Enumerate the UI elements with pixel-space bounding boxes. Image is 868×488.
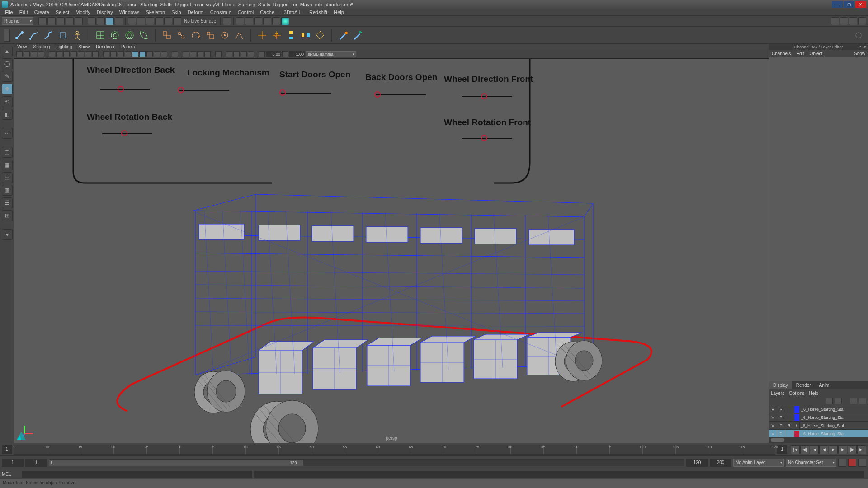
shelf-options-icon[interactable] (853, 29, 864, 41)
snap-live-icon[interactable] (164, 17, 172, 25)
scale-tool-icon[interactable]: ◧ (2, 109, 13, 120)
range-sub-start-input[interactable]: 1 (25, 459, 47, 467)
hik-icon[interactable] (71, 29, 83, 41)
make-live-icon[interactable] (173, 17, 181, 25)
layout-two-stack-icon[interactable]: ▤ (2, 172, 13, 183)
timeline-track[interactable]: 1101520253035404550556065707580859095100… (14, 445, 775, 455)
vt-use-lights-icon[interactable] (118, 51, 124, 57)
vt-isolate-icon[interactable] (172, 51, 178, 57)
ipr-render-icon[interactable] (245, 17, 253, 25)
render-globals-icon[interactable] (254, 17, 262, 25)
select-tool-icon[interactable]: ▲ (2, 46, 13, 56)
vt-xray-icon[interactable] (154, 51, 160, 57)
mirror-weights-icon[interactable] (314, 29, 326, 41)
vt-lock-camera-icon[interactable] (24, 51, 30, 57)
tab-anim-layers[interactable]: Anim (815, 381, 834, 389)
panel-undock-icon[interactable]: ↗ (858, 44, 862, 50)
smooth-weights-icon[interactable] (352, 29, 363, 41)
snap-plane-icon[interactable] (155, 17, 163, 25)
layout-two-side-icon[interactable]: ▥ (2, 185, 13, 196)
layer-row[interactable]: VP_6_Horse_Starting_Sta (769, 413, 868, 421)
vt-smooth-shade-icon[interactable] (110, 51, 117, 57)
vp-menu-panels[interactable]: Panels (121, 44, 135, 49)
constrain-pole-icon[interactable] (233, 29, 245, 41)
snap-point-icon[interactable] (146, 17, 154, 25)
locator-icon[interactable] (256, 29, 268, 41)
tab-render-layers[interactable]: Render (792, 381, 815, 389)
constrain-orient-icon[interactable] (190, 29, 202, 41)
command-input[interactable] (22, 471, 252, 478)
vt-shadows-icon[interactable] (125, 51, 131, 57)
step-forward-key-button[interactable]: |▶ (848, 445, 857, 454)
undo-icon[interactable] (66, 17, 74, 25)
shelf-tabs-toggle[interactable] (4, 29, 10, 42)
range-sub-end-input[interactable]: 120 (686, 459, 708, 467)
tab-object[interactable]: Object (807, 50, 826, 57)
render-layer-icon[interactable] (272, 17, 280, 25)
menu-deform[interactable]: Deform (184, 9, 207, 15)
vt-image-plane-icon[interactable] (38, 51, 44, 57)
autokey-toggle-icon[interactable] (838, 459, 846, 467)
menu-select[interactable]: Select (52, 9, 73, 15)
menu-display[interactable]: Display (94, 9, 116, 15)
layer-row[interactable]: VPR/_6_Horse_Starting_Stall (769, 421, 868, 429)
panel-layout-1-icon[interactable] (831, 17, 839, 25)
vt-wireframe-icon[interactable] (103, 51, 109, 57)
play-forward-button[interactable]: ▶ (829, 445, 838, 454)
vt-select-camera-icon[interactable] (16, 51, 23, 57)
redo-icon[interactable] (75, 17, 83, 25)
move-tool-icon[interactable]: ✥ (2, 84, 13, 94)
menu-file[interactable]: File (2, 9, 16, 15)
go-to-start-button[interactable]: |◀ (791, 445, 800, 454)
menu-3dtoall[interactable]: - 3DtoAll - (278, 9, 306, 15)
render-settings-icon[interactable] (281, 17, 289, 25)
ik-handle-icon[interactable] (28, 29, 40, 41)
layout-persp-outliner-icon[interactable]: ⊞ (2, 210, 13, 221)
snap-grid-icon[interactable] (128, 17, 136, 25)
viewport[interactable]: Wheel Direction Back Locking Mechanism S… (14, 58, 769, 443)
window-min-button[interactable]: — (832, 1, 843, 8)
vt-ao-icon[interactable] (215, 51, 222, 57)
character-set-dropdown[interactable]: No Character Set (786, 459, 836, 467)
channel-box-body[interactable] (769, 57, 868, 381)
lasso-tool-icon[interactable]: ◯ (2, 58, 13, 69)
menu-cache[interactable]: Cache (257, 9, 278, 15)
vt-textured-icon[interactable] (139, 51, 146, 57)
menu-create[interactable]: Create (31, 9, 52, 15)
layout-outliner-icon[interactable]: ☰ (2, 197, 13, 208)
vt-gamma-icon[interactable] (282, 51, 288, 57)
vp-menu-show[interactable]: Show (78, 44, 90, 49)
step-back-button[interactable]: ◀ (810, 445, 819, 454)
wrap-icon[interactable] (138, 29, 150, 41)
anim-layer-dropdown[interactable]: No Anim Layer (733, 459, 784, 467)
layer-row[interactable]: VP_6_Horse_Starting_Sta (769, 429, 868, 437)
tab-display-layers[interactable]: Display (769, 381, 792, 389)
locator2-icon[interactable] (271, 29, 283, 41)
panel-layout-2-icon[interactable] (840, 17, 848, 25)
menu-redshift[interactable]: Redshift (306, 9, 330, 15)
go-to-end-button[interactable]: ▶| (857, 445, 866, 454)
vt-field-chart-icon[interactable] (78, 51, 84, 57)
menu-skeleton[interactable]: Skeleton (142, 9, 168, 15)
vt-dof-icon[interactable] (204, 51, 211, 57)
layers-menu-help[interactable]: Help (809, 391, 818, 396)
render-view-icon[interactable] (263, 17, 271, 25)
open-scene-icon[interactable] (47, 17, 56, 25)
range-start-input[interactable]: 1 (2, 459, 24, 467)
tab-edit[interactable]: Edit (793, 50, 807, 57)
vt-film-gate-icon[interactable] (56, 51, 62, 57)
play-backward-button[interactable]: ◀ (819, 445, 828, 454)
gamma-value[interactable]: 1.00 (289, 51, 305, 57)
vt-expose-scale-icon[interactable] (241, 51, 247, 57)
vt-multisample-icon[interactable] (197, 51, 203, 57)
constrain-aim-icon[interactable] (219, 29, 231, 41)
step-forward-button[interactable]: ▶ (838, 445, 847, 454)
menu-windows[interactable]: Windows (116, 9, 143, 15)
vt-use-all-lights-icon[interactable] (146, 51, 153, 57)
layer-row[interactable]: VP_6_Horse_Starting_Sta (769, 405, 868, 413)
vt-expose-in-icon[interactable] (226, 51, 232, 57)
menu-help[interactable]: Help (330, 9, 347, 15)
panel-layout-4-icon[interactable] (858, 17, 866, 25)
layout-four-icon[interactable]: ▦ (2, 160, 13, 170)
orient-joint-icon[interactable] (300, 29, 311, 41)
